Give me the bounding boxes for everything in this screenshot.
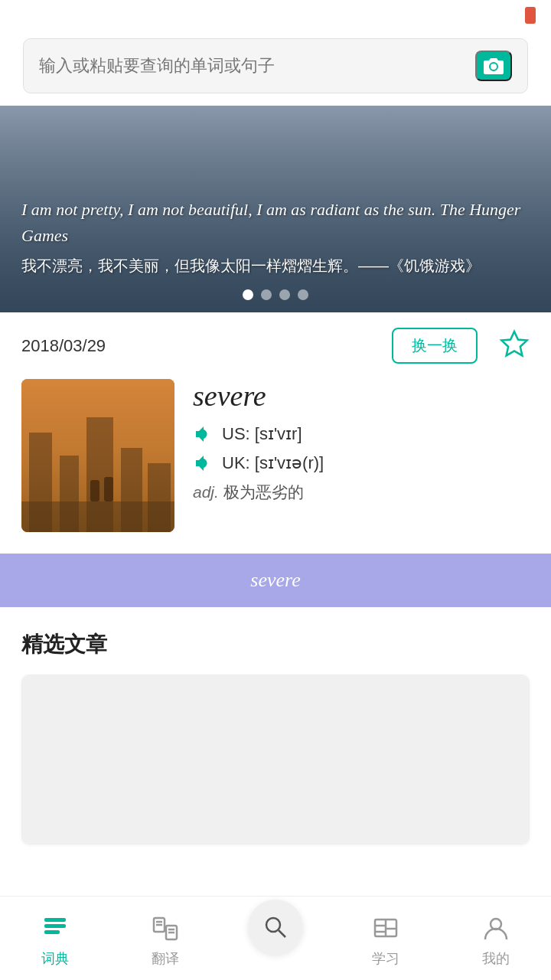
dictionary-icon (41, 915, 69, 946)
quote-chinese: 我不漂亮，我不美丽，但我像太阳一样熠熠生辉。——《饥饿游戏》 (21, 253, 530, 279)
svg-line-11 (279, 930, 285, 937)
dot-2[interactable] (261, 289, 272, 300)
word-definition: 极为恶劣的 (223, 483, 304, 501)
dot-3[interactable] (279, 289, 290, 300)
silhouette-2 (104, 477, 113, 501)
nav-label-study: 学习 (372, 949, 399, 968)
banner-dots (243, 289, 308, 300)
search-bar (23, 38, 528, 93)
search-nav-icon (262, 913, 289, 941)
nav-item-search[interactable] (220, 923, 331, 955)
translate-icon (152, 915, 179, 946)
word-image (21, 379, 174, 532)
quote-english: I am not pretty, I am not beautiful, I a… (21, 197, 530, 249)
refresh-button[interactable]: 换一换 (392, 328, 478, 364)
status-bar (0, 0, 551, 31)
silhouette-1 (90, 480, 99, 501)
building-2 (60, 456, 79, 532)
nav-label-dictionary: 词典 (41, 949, 69, 968)
building-5 (148, 463, 171, 532)
star-button[interactable] (478, 328, 530, 364)
svg-rect-1 (44, 918, 66, 922)
study-icon (372, 915, 399, 946)
speaker-uk-icon (193, 452, 214, 474)
camera-button[interactable] (475, 51, 512, 81)
purple-word-banner[interactable]: severe (0, 554, 551, 607)
word-pos: adj. (193, 483, 219, 501)
search-circle (248, 900, 303, 955)
nav-item-study[interactable]: 学习 (331, 897, 441, 980)
profile-icon (482, 915, 510, 946)
word-meaning: adj. 极为恶劣的 (193, 482, 530, 503)
pron-uk-text: UK: [sɪ'vɪə(r)] (222, 453, 324, 473)
pronunciation-us[interactable]: US: [sɪ'vɪr] (193, 423, 530, 445)
building-4 (121, 448, 142, 532)
dot-1[interactable] (243, 289, 253, 300)
word-info: severe US: [sɪ'vɪr] UK: [sɪ'vɪə(r)] adj.… (193, 379, 530, 503)
articles-section-title: 精选文章 (21, 630, 530, 659)
speaker-us-icon (193, 423, 214, 445)
nav-item-translate[interactable]: 翻译 (110, 897, 220, 980)
dot-4[interactable] (298, 289, 308, 300)
status-indicator (525, 7, 536, 24)
svg-marker-0 (501, 332, 527, 355)
svg-rect-3 (44, 930, 60, 934)
word-of-day-section: 2018/03/29 换一换 severe (0, 312, 551, 532)
pron-us-text: US: [sɪ'vɪr] (222, 424, 302, 444)
article-card-image (22, 675, 529, 844)
bottom-nav: 词典 翻译 (0, 896, 551, 980)
svg-rect-2 (44, 924, 66, 928)
nav-item-profile[interactable]: 我的 (441, 897, 551, 980)
purple-banner-text: severe (250, 569, 300, 592)
camera-icon (483, 57, 504, 75)
building-1 (29, 433, 52, 532)
quote-banner: I am not pretty, I am not beautiful, I a… (0, 106, 551, 312)
nav-label-profile: 我的 (482, 949, 510, 968)
star-icon (499, 328, 530, 359)
word-card: severe US: [sɪ'vɪr] UK: [sɪ'vɪə(r)] adj.… (21, 379, 530, 532)
word-image-inner (21, 379, 174, 532)
word-header: 2018/03/29 换一换 (21, 328, 530, 364)
word-date: 2018/03/29 (21, 336, 392, 356)
word-title: severe (193, 379, 530, 413)
article-card[interactable] (21, 675, 530, 844)
nav-label-translate: 翻译 (152, 949, 179, 968)
svg-point-10 (266, 918, 280, 932)
pronunciation-uk[interactable]: UK: [sɪ'vɪə(r)] (193, 452, 530, 474)
search-input[interactable] (39, 56, 475, 76)
articles-section: 精选文章 (0, 607, 551, 860)
building-3 (86, 417, 113, 532)
nav-item-dictionary[interactable]: 词典 (0, 897, 110, 980)
